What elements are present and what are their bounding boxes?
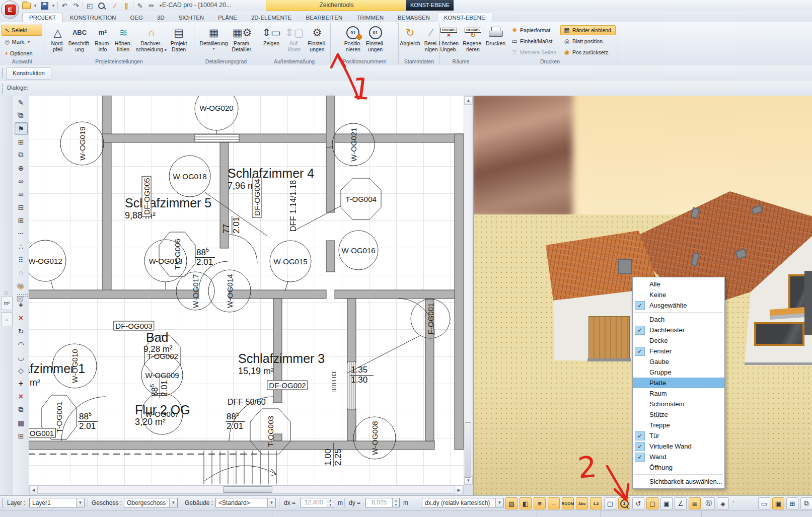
- ribbon-tab[interactable]: 3D: [150, 13, 172, 22]
- zeigen-button[interactable]: ⇕▭Zeigen: [260, 24, 282, 57]
- duplicate-tool[interactable]: ⧉: [15, 403, 28, 416]
- pan-frame-toggle[interactable]: ⧉: [800, 497, 812, 509]
- level-marker-tool[interactable]: ⚑: [15, 122, 28, 135]
- ribbon-tab[interactable]: SICHTEN: [172, 13, 211, 22]
- open-button[interactable]: [21, 1, 31, 10]
- open-dropdown[interactable]: ▾: [33, 1, 38, 10]
- menu-item[interactable]: Treppe: [633, 420, 724, 430]
- plan-horizontal-scrollbar[interactable]: ◀ ▶: [29, 485, 464, 494]
- annotation-pen-tool[interactable]: ✎: [15, 96, 28, 109]
- menu-item[interactable]: Gruppe: [633, 367, 724, 378]
- menu-item[interactable]: Dachfenster: [633, 325, 724, 335]
- drucken-button[interactable]: Drucken: [484, 24, 507, 57]
- positionsnummern-einstellungen-button[interactable]: 01Einstell-ungen: [364, 24, 386, 57]
- toolbar-grip[interactable]: [4, 291, 8, 295]
- display-line-weight-toggle[interactable]: ≡: [534, 497, 546, 509]
- ribbon-tab[interactable]: 2D-ELEMENTE: [244, 13, 299, 22]
- regenerieren-button[interactable]: ROOMS↻Regene-rieren: [461, 24, 484, 57]
- diamond-shape-tool[interactable]: ◇: [15, 364, 28, 377]
- scroll-thumb[interactable]: [223, 486, 272, 493]
- layer-stack-tool[interactable]: ≋: [13, 280, 26, 292]
- menu-item[interactable]: Virtuelle Wand: [633, 441, 724, 452]
- display-wall-fill-toggle[interactable]: ◧: [520, 497, 532, 509]
- display-rooms-toggle[interactable]: ROOM: [562, 497, 574, 509]
- einheit-massstab-button[interactable]: ▭Einheit/Maßst.: [508, 36, 559, 46]
- isometry-toggle[interactable]: ◈: [717, 497, 729, 509]
- color-display-toggle[interactable]: ▣: [660, 497, 673, 509]
- node-circle-tool[interactable]: ◌: [15, 266, 28, 279]
- coordinate-mode-select[interactable]: dx,dy (relativ kartesisch)▼: [422, 498, 504, 507]
- display-text-toggle[interactable]: Abc: [576, 497, 588, 509]
- degree-indicator[interactable]: °: [731, 497, 736, 508]
- detailierung-button[interactable]: ▦Detailierung▾: [198, 24, 230, 57]
- wall-edit-tool[interactable]: ⊞: [15, 135, 28, 148]
- scroll-thumb[interactable]: [465, 422, 471, 478]
- mark-button[interactable]: ◎Mark.▾: [2, 36, 42, 47]
- abgleich-button[interactable]: ↻Abgleich: [398, 24, 421, 57]
- menu-item[interactable]: Öffnung: [633, 462, 724, 473]
- building-doc-button[interactable]: ⌂: [1, 312, 13, 326]
- positionieren-button[interactable]: 01Positio-nieren: [343, 24, 363, 57]
- ribbon-tab[interactable]: KONSTRUKTION: [63, 13, 123, 22]
- rauminfo-button[interactable]: m²Raum-info: [93, 24, 112, 57]
- layers-display-toggle[interactable]: ≣: [689, 497, 701, 509]
- group-boxes-tool[interactable]: ⊟: [15, 201, 28, 213]
- ribbon-tab[interactable]: BEARBEITEN: [299, 13, 349, 22]
- aussenbemassung-einstellungen-button[interactable]: ⚙Einstell-ungen: [306, 24, 328, 57]
- menu-item[interactable]: Wand: [633, 452, 724, 462]
- scroll-left-arrow[interactable]: ◀: [29, 486, 38, 494]
- raender-einblenden-button[interactable]: ▦Ränder einblend.: [560, 25, 616, 35]
- clip-frame-toggle[interactable]: ▢: [646, 497, 658, 509]
- menu-item[interactable]: Stütze: [633, 409, 724, 420]
- menu-item[interactable]: Decke: [633, 335, 724, 346]
- redo-button[interactable]: ↷: [71, 1, 81, 10]
- menu-item[interactable]: Sichtbarkeit auswählen...: [633, 476, 724, 487]
- toolbar-grip[interactable]: [2, 84, 4, 93]
- north-orientation-toggle[interactable]: Ⓝ: [703, 497, 715, 509]
- menu-item[interactable]: Schornstein: [633, 399, 724, 409]
- delete-node-tool[interactable]: ×: [15, 390, 28, 403]
- zoom-button[interactable]: [96, 1, 106, 10]
- loeschen-ungebundene-button[interactable]: ROOMS×LöschenUngeb.: [437, 24, 461, 57]
- points-row-tool[interactable]: ▪▪▪: [15, 227, 28, 240]
- menu-item[interactable]: Raum: [633, 388, 724, 399]
- menu-item[interactable]: Fenster: [633, 346, 724, 356]
- param-detailierung-button[interactable]: ▦⚙Param.Detailier.: [231, 24, 254, 57]
- menu-item[interactable]: Alle: [633, 279, 724, 289]
- projekt-daten-button[interactable]: ▤ProjektDaten: [169, 24, 189, 57]
- display-hatching-toggle[interactable]: ▨: [505, 497, 518, 509]
- selection-frame-toggle[interactable]: ▢: [604, 497, 616, 509]
- zoom-extents-button[interactable]: ◰: [85, 1, 95, 10]
- refresh-view-button[interactable]: ↺: [632, 497, 644, 509]
- polygon-move-tool[interactable]: ⧉: [15, 149, 28, 161]
- room-info-doc-button[interactable]: m²: [1, 296, 13, 310]
- points-grid-tool[interactable]: ⠿: [15, 253, 28, 266]
- save-dropdown[interactable]: ▾: [51, 1, 56, 10]
- spinner-arrows[interactable]: ▲▼: [392, 498, 399, 507]
- display-dashed-lines-toggle[interactable]: - -: [548, 497, 560, 509]
- aufloesen-button[interactable]: ⇕▢Auf-lösen: [283, 24, 305, 57]
- save-button[interactable]: [39, 1, 49, 10]
- page-frame-toggle[interactable]: ▣: [772, 497, 784, 509]
- spinner-arrows[interactable]: ▲▼: [327, 498, 334, 507]
- ribbon-tab[interactable]: BEMASSEN: [391, 13, 437, 22]
- network-tool[interactable]: ⊞: [15, 429, 28, 442]
- papierformat-button[interactable]: ❖Papierformat: [508, 25, 559, 35]
- pipette-button[interactable]: ✏: [146, 1, 157, 10]
- arc-concave-tool[interactable]: ◠: [15, 338, 28, 350]
- plan-vertical-scrollbar[interactable]: ▲ ▼: [464, 96, 472, 485]
- selekt-button[interactable]: ↖Selekt: [2, 25, 42, 36]
- arc-convex-tool[interactable]: ◡: [15, 351, 28, 363]
- menu-item[interactable]: Dach: [633, 314, 724, 325]
- undo-button[interactable]: ↶: [59, 1, 69, 10]
- scroll-right-arrow[interactable]: ▶: [455, 486, 463, 494]
- delete-point-tool[interactable]: ×: [15, 312, 28, 324]
- parallel-lines-button[interactable]: ∥: [121, 1, 131, 10]
- floor-plan-canvas[interactable]: Schlafzimmer 5 9,88 m² Schlafzimmer 4 7,…: [29, 96, 464, 485]
- optionen-button[interactable]: +Optionen: [2, 48, 42, 59]
- ribbon-tab[interactable]: TRIMMEN: [349, 13, 391, 22]
- layer-select[interactable]: Layer1▼: [29, 498, 85, 507]
- toolbar-grip[interactable]: [2, 498, 4, 508]
- menu-item[interactable]: Keine: [633, 289, 724, 300]
- beschriftung-button[interactable]: ABCBeschrift-ung: [67, 24, 92, 57]
